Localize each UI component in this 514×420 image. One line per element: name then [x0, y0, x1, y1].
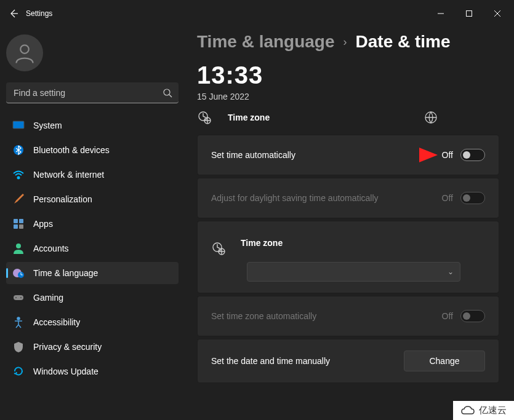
maximize-icon	[466, 10, 472, 17]
chevron-right-icon: ›	[343, 36, 347, 49]
sidebar-item-label: Apps	[33, 219, 53, 229]
bluetooth-icon	[12, 144, 25, 156]
sidebar: System Bluetooth & devices Network & int…	[0, 27, 185, 420]
main-content: Time & language › Date & time 13:33 15 J…	[185, 27, 514, 420]
sidebar-item-bluetooth[interactable]: Bluetooth & devices	[6, 139, 179, 161]
svg-rect-9	[14, 224, 18, 229]
clock-date: 15 June 2022	[197, 92, 499, 101]
setting-auto-timezone: Set time zone automatically Off	[197, 296, 499, 336]
clock-globe-icon	[197, 110, 212, 125]
sidebar-item-gaming[interactable]: Gaming	[6, 287, 179, 309]
breadcrumb-current: Date & time	[356, 32, 451, 52]
sidebar-item-update[interactable]: Windows Update	[6, 360, 179, 382]
sidebar-item-label: Gaming	[33, 293, 63, 303]
nav-list: System Bluetooth & devices Network & int…	[6, 114, 179, 382]
setting-timezone: Time zone ⌄	[197, 221, 499, 293]
sidebar-item-label: Personalization	[33, 194, 92, 204]
sidebar-item-network[interactable]: Network & internet	[6, 164, 179, 186]
wifi-icon	[12, 168, 25, 181]
sidebar-item-accessibility[interactable]: Accessibility	[6, 311, 179, 333]
setting-manual-time: Set the date and time manually Change	[197, 339, 499, 383]
close-icon	[494, 10, 500, 17]
sidebar-item-label: Accounts	[33, 244, 69, 253]
accounts-icon	[12, 242, 25, 255]
timezone-header: Time zone	[197, 106, 499, 135]
clock-globe-icon	[211, 241, 226, 256]
sidebar-item-label: Bluetooth & devices	[33, 145, 110, 155]
chevron-down-icon: ⌄	[448, 267, 454, 276]
arrow-left-icon	[9, 9, 18, 18]
sidebar-item-label: Network & internet	[33, 170, 104, 180]
setting-dst: Adjust for daylight saving time automati…	[197, 178, 499, 218]
window-title: Settings	[26, 9, 52, 18]
svg-rect-14	[14, 295, 23, 300]
globe-icon	[424, 111, 438, 124]
window-controls	[427, 4, 512, 23]
minimize-icon	[438, 10, 444, 17]
sidebar-item-accounts[interactable]: Accounts	[6, 237, 179, 260]
update-icon	[12, 365, 25, 378]
sidebar-item-privacy[interactable]: Privacy & security	[6, 336, 179, 358]
setting-auto-time[interactable]: Set time automatically Off	[197, 135, 499, 175]
back-button[interactable]	[2, 2, 25, 25]
person-icon	[14, 42, 36, 64]
timezone-select[interactable]: ⌄	[247, 262, 460, 282]
maximize-button[interactable]	[455, 4, 483, 23]
minimize-button[interactable]	[427, 4, 455, 23]
svg-rect-8	[19, 219, 23, 223]
gamepad-icon	[12, 291, 25, 304]
sidebar-item-label: Privacy & security	[33, 342, 102, 352]
close-button[interactable]	[483, 4, 512, 23]
clock-time: 13:33	[197, 61, 499, 89]
sidebar-item-time-language[interactable]: Time & language	[6, 262, 179, 284]
change-button[interactable]: Change	[404, 351, 485, 371]
search-input[interactable]	[6, 82, 179, 103]
svg-point-15	[15, 297, 17, 298]
user-avatar[interactable]	[6, 34, 43, 71]
svg-rect-7	[14, 219, 18, 223]
sidebar-item-label: Time & language	[33, 268, 98, 278]
brush-icon	[12, 193, 25, 205]
sidebar-item-system[interactable]: System	[6, 114, 179, 137]
search-box[interactable]	[6, 82, 179, 103]
sidebar-item-apps[interactable]: Apps	[6, 213, 179, 235]
setting-label: Adjust for daylight saving time automati…	[211, 193, 442, 203]
sidebar-item-label: Windows Update	[33, 367, 98, 376]
search-icon[interactable]	[163, 88, 172, 98]
watermark-logo-icon	[460, 405, 475, 416]
svg-rect-10	[19, 224, 23, 229]
clock-globe-icon	[12, 267, 25, 279]
toggle-dst	[460, 192, 485, 204]
watermark: 亿速云	[453, 401, 514, 420]
svg-point-16	[20, 297, 22, 298]
sidebar-item-label: Accessibility	[33, 317, 80, 327]
sidebar-item-label: System	[33, 121, 62, 130]
breadcrumb: Time & language › Date & time	[197, 32, 499, 52]
system-icon	[12, 119, 25, 132]
svg-rect-0	[467, 11, 472, 17]
watermark-text: 亿速云	[479, 405, 507, 416]
svg-point-1	[20, 45, 29, 53]
toggle-state: Off	[442, 193, 453, 203]
toggle-auto-time[interactable]	[460, 149, 485, 161]
svg-point-2	[164, 89, 170, 95]
svg-rect-3	[13, 121, 24, 129]
titlebar: Settings	[0, 0, 514, 27]
svg-point-6	[18, 177, 20, 179]
setting-label: Time zone	[238, 238, 283, 248]
svg-point-17	[17, 317, 20, 320]
breadcrumb-parent[interactable]: Time & language	[197, 32, 335, 52]
setting-label: Set time automatically	[211, 150, 442, 160]
toggle-state: Off	[442, 311, 453, 321]
toggle-state: Off	[442, 150, 453, 160]
apps-icon	[12, 218, 25, 230]
sidebar-item-personalization[interactable]: Personalization	[6, 188, 179, 210]
timezone-header-label: Time zone	[224, 113, 412, 122]
setting-label: Set the date and time manually	[211, 356, 404, 366]
setting-label: Set time zone automatically	[211, 311, 442, 321]
svg-point-11	[16, 244, 21, 248]
accessibility-icon	[12, 316, 25, 328]
toggle-auto-timezone	[460, 310, 485, 322]
shield-icon	[12, 341, 25, 353]
